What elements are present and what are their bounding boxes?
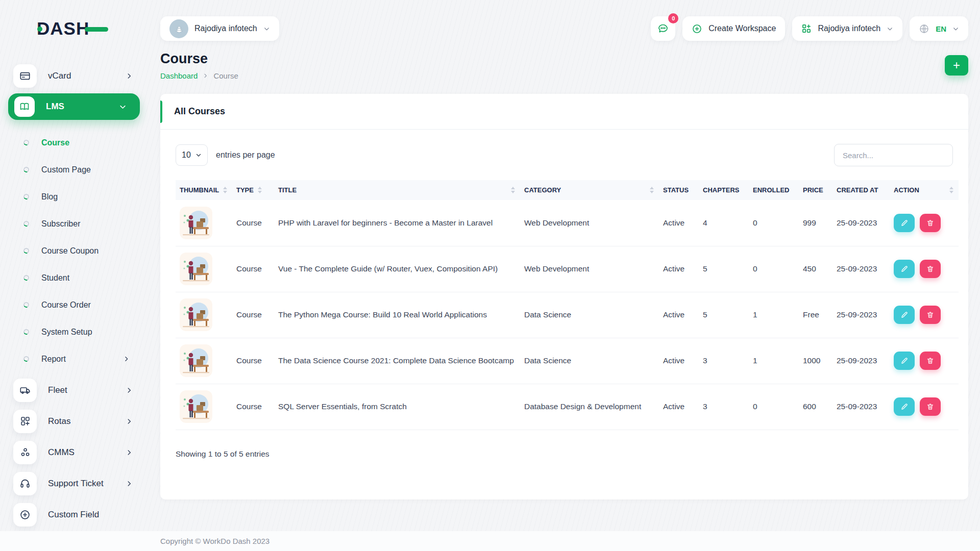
col-status[interactable]: STATUS [659, 180, 699, 200]
edit-button[interactable] [894, 352, 915, 370]
edit-button[interactable] [894, 260, 915, 278]
pencil-icon [900, 265, 909, 273]
delete-button[interactable] [920, 260, 941, 278]
course-chapters: 5 [699, 246, 749, 292]
sidebar-item-custom-field[interactable]: Custom Field [0, 499, 148, 530]
sidebar-item-rotas[interactable]: Rotas [0, 406, 148, 437]
main-content: Rajodiya infotech 0 Creat [148, 0, 980, 551]
edit-button[interactable] [894, 214, 915, 232]
course-category: Data Science [520, 338, 659, 384]
card-title: All Courses [160, 106, 225, 117]
submenu-item-blog[interactable]: Blog [0, 183, 148, 210]
submenu-item-student[interactable]: Student [0, 264, 148, 291]
course-illustration-icon [180, 207, 212, 239]
chevron-down-icon [952, 26, 959, 32]
sidebar-item-vcard[interactable]: vCard [0, 60, 148, 91]
delete-button[interactable] [920, 397, 941, 416]
col-enrolled[interactable]: ENROLLED [749, 180, 799, 200]
col-title[interactable]: TITLE [274, 180, 520, 200]
course-price: 1000 [799, 338, 832, 384]
delete-button[interactable] [920, 352, 941, 370]
all-courses-card: All Courses 10 entries per page [160, 94, 968, 499]
chevron-right-icon [126, 72, 133, 80]
bullet-icon [22, 166, 30, 173]
courses-tbody: Course PHP with Laravel for beginners - … [176, 200, 959, 430]
breadcrumb-dashboard-link[interactable]: Dashboard [160, 71, 198, 80]
bullet-icon [22, 301, 30, 308]
bullet-icon [22, 220, 30, 227]
edit-button[interactable] [894, 306, 915, 324]
course-title: Vue - The Complete Guide (w/ Router, Vue… [274, 246, 520, 292]
course-status: Active [659, 200, 699, 246]
col-price[interactable]: PRICE [799, 180, 832, 200]
col-created-at[interactable]: CREATED AT [832, 180, 890, 200]
pencil-icon [900, 219, 909, 227]
course-created-at: 25-09-2023 [832, 292, 890, 338]
submenu-item-report[interactable]: Report [0, 345, 148, 372]
edit-button[interactable] [894, 397, 915, 416]
app-root: DASH vCard [0, 0, 980, 551]
trash-icon [926, 357, 934, 365]
sidebar-item-fleet[interactable]: Fleet [0, 374, 148, 406]
course-enrolled: 0 [749, 246, 799, 292]
trash-icon [926, 311, 934, 319]
table-row: Course PHP with Laravel for beginners - … [176, 200, 959, 246]
globe-icon [919, 23, 929, 34]
course-status: Active [659, 384, 699, 430]
submenu-label: Report [41, 355, 111, 364]
table-row: Course SQL Server Essentials, from Scrat… [176, 384, 959, 430]
workspace-avatar [169, 19, 188, 38]
course-title: The Python Mega Course: Build 10 Real Wo… [274, 292, 520, 338]
messages-button[interactable]: 0 [651, 16, 675, 41]
language-selector[interactable]: EN [910, 16, 968, 41]
chevron-down-icon [263, 26, 270, 32]
submenu-item-subscriber[interactable]: Subscriber [0, 210, 148, 237]
create-course-button[interactable]: + [945, 55, 968, 76]
sidebar-item-lms[interactable]: LMS [8, 93, 140, 120]
page-size-select[interactable]: 10 [176, 144, 208, 166]
chevron-down-icon [119, 103, 127, 111]
bullet-icon [22, 193, 30, 200]
submenu-label: Subscriber [41, 219, 130, 229]
lms-submenu: Course Custom Page Blog Subscriber Cours… [0, 123, 148, 374]
sidebar-item-support-ticket[interactable]: Support Ticket [0, 468, 148, 499]
submenu-item-custom-page[interactable]: Custom Page [0, 156, 148, 183]
course-price: 999 [799, 200, 832, 246]
chevron-down-icon [195, 152, 202, 158]
col-type[interactable]: TYPE [232, 180, 274, 200]
course-status: Active [659, 338, 699, 384]
search-input[interactable] [834, 144, 953, 166]
course-chapters: 3 [699, 338, 749, 384]
bullet-icon [22, 247, 30, 254]
workspace-switcher[interactable]: Rajodiya infotech [792, 16, 902, 41]
sidebar-item-cmms[interactable]: CMMS [0, 437, 148, 468]
delete-button[interactable] [920, 306, 941, 324]
course-type: Course [232, 292, 274, 338]
table-row: Course The Python Mega Course: Build 10 … [176, 292, 959, 338]
course-thumbnail [180, 344, 212, 377]
course-thumbnail [180, 298, 212, 331]
submenu-label: System Setup [41, 328, 130, 337]
col-chapters[interactable]: CHAPTERS [699, 180, 749, 200]
current-workspace-pill[interactable]: Rajodiya infotech [160, 16, 279, 41]
submenu-item-course-coupon[interactable]: Course Coupon [0, 237, 148, 264]
workspace-grid-icon [801, 23, 812, 34]
van-icon [13, 379, 37, 402]
delete-button[interactable] [920, 214, 941, 232]
create-workspace-button[interactable]: Create Workspace [682, 16, 785, 41]
col-action[interactable]: ACTION [890, 180, 959, 200]
sort-icon [949, 187, 953, 193]
card-body: 10 entries per page THUMBNAIL [160, 130, 968, 459]
col-thumbnail[interactable]: THUMBNAIL [176, 180, 232, 200]
submenu-item-course-order[interactable]: Course Order [0, 291, 148, 318]
brand-logo[interactable]: DASH [36, 18, 148, 42]
submenu-item-system-setup[interactable]: System Setup [0, 318, 148, 345]
table-controls: 10 entries per page [176, 144, 953, 166]
page-header: Course Dashboard Course + [160, 51, 968, 80]
submenu-item-course[interactable]: Course [0, 129, 148, 156]
course-category: Web Development [520, 246, 659, 292]
col-category[interactable]: CATEGORY [520, 180, 659, 200]
sidebar-item-label: Support Ticket [48, 479, 114, 489]
page-size-value: 10 [182, 151, 191, 160]
course-illustration-icon [180, 298, 212, 331]
